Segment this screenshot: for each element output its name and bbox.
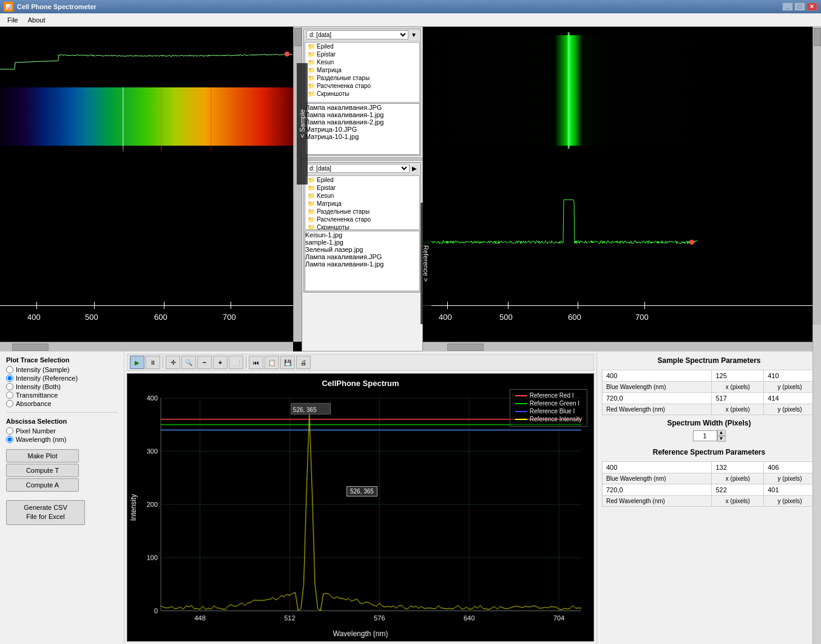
reference-drive-select[interactable]: d: [data] xyxy=(306,164,410,173)
radio-intensity-reference[interactable]: Intensity (Reference) xyxy=(6,375,118,382)
radio-transmittance[interactable]: Transmittance xyxy=(6,391,118,399)
folder-epiled[interactable]: 📁Epiled xyxy=(305,42,419,50)
folder-skrinshotyi[interactable]: 📁Скриншоты xyxy=(305,90,419,98)
zoom-in-button[interactable]: + xyxy=(213,356,228,369)
reference-spectrum-line-canvas xyxy=(423,197,698,257)
radio-absorbance[interactable]: Absorbance xyxy=(6,400,118,407)
crosshair-button[interactable]: ✛ xyxy=(166,356,180,369)
radio-wavelength-nm-input[interactable] xyxy=(6,436,13,443)
compute-t-button[interactable]: Compute T xyxy=(6,464,79,477)
file-lampa-jpg[interactable]: Лампа накаливания.JPG xyxy=(305,104,419,111)
radio-intensity-reference-input[interactable] xyxy=(6,375,13,382)
select-button[interactable]: ⬜ xyxy=(229,356,243,369)
print-button[interactable]: 🖨 xyxy=(296,356,311,369)
maximize-button[interactable]: □ xyxy=(794,2,805,11)
radio-pixel-number[interactable]: Pixel Number xyxy=(6,427,118,435)
ref-blue-header-row: Blue Wavelength (nm) x (pixels) y (pixel… xyxy=(603,473,816,484)
right-scale-400: 400 xyxy=(439,313,452,322)
sample-x-pixels-label: x (pixels) xyxy=(712,382,764,393)
reference-files-list[interactable]: Keisun-1.jpg sample-1.jpg Зеленый лазер.… xyxy=(305,231,420,291)
ref-red-y1: 401 xyxy=(764,484,816,496)
radio-intensity-sample-label: Intensity (Sample) xyxy=(16,366,70,373)
left-controls-panel: Plot Trace Selection Intensity (Sample) … xyxy=(0,351,124,644)
legend-ref-blue-color xyxy=(515,411,527,412)
first-button[interactable]: ⏮ xyxy=(249,356,263,369)
spinner-up[interactable]: ▲ xyxy=(717,430,726,436)
sample-red-x1: 517 xyxy=(712,393,764,404)
ref-folder-skrinshotyi[interactable]: 📁Скриншоты xyxy=(305,223,419,230)
ref-folder-raschlenenka[interactable]: 📁Расчлененка старо xyxy=(305,215,419,223)
right-params-panel: Sample Spectrum Parameters 400 125 410 B… xyxy=(596,351,821,644)
menu-about[interactable]: About xyxy=(23,15,50,25)
reference-params-table: 400 132 406 Blue Wavelength (nm) x (pixe… xyxy=(602,461,816,507)
ref-folder-razdelnye[interactable]: 📁Раздельные стары xyxy=(305,208,419,215)
right-hscrollbar[interactable] xyxy=(423,342,813,351)
reference-spectrum-canvas xyxy=(423,27,698,197)
ref-folder-matrica[interactable]: 📁Матрица xyxy=(305,200,419,208)
ref-file-lampa-1[interactable]: Лампа накаливания-1.jpg xyxy=(305,260,419,268)
action-buttons: Make Plot Compute T Compute A xyxy=(6,449,118,492)
sample-red-header-row: Red Wavelength (nm) x (pixels) y (pixels… xyxy=(603,404,816,415)
file-lampa-2[interactable]: Лампа накаливания-2.jpg xyxy=(305,118,419,126)
reference-browser-right-arrow[interactable]: ▶ xyxy=(411,165,418,172)
radio-intensity-both[interactable]: Intensity (Both) xyxy=(6,383,118,390)
radio-intensity-sample[interactable]: Intensity (Sample) xyxy=(6,366,118,373)
folder-matrica[interactable]: 📁Матрица xyxy=(305,66,419,74)
sample-params-table: 400 125 410 Blue Wavelength (nm) x (pixe… xyxy=(602,370,816,415)
zoom-fit-button[interactable]: 🔍 xyxy=(181,356,196,369)
folder-epistar[interactable]: 📁Epistar xyxy=(305,50,419,58)
sample-folders-list[interactable]: 📁Epiled 📁Epistar 📁Kesun 📁Матрица 📁Раздел… xyxy=(305,42,420,103)
reference-label: Reference > xyxy=(421,203,431,324)
sample-files-list[interactable]: Лампа накаливания.JPG Лампа накаливания-… xyxy=(305,103,420,155)
pause-button[interactable]: ⏸ xyxy=(146,356,160,369)
spectrum-width-input[interactable]: 1 xyxy=(693,430,717,441)
ref-y-pixels-label2: y (pixels) xyxy=(764,496,816,507)
make-plot-button[interactable]: Make Plot xyxy=(6,449,79,463)
radio-intensity-both-input[interactable] xyxy=(6,383,13,390)
ref-folder-epistar[interactable]: 📁Epistar xyxy=(305,184,419,192)
sample-browser-panel: d: [data] ▼ 📁Epiled 📁Epistar 📁Kesun 📁Мат… xyxy=(303,29,421,156)
radio-wavelength-nm[interactable]: Wavelength (nm) xyxy=(6,436,118,443)
spinner-down[interactable]: ▼ xyxy=(717,436,726,442)
minimize-button[interactable]: _ xyxy=(782,2,793,11)
radio-absorbance-input[interactable] xyxy=(6,400,13,407)
generate-csv-container: Generate CSVFile for Excel xyxy=(6,500,118,525)
save-button[interactable]: 💾 xyxy=(280,356,295,369)
menubar: File About xyxy=(0,13,821,27)
legend-ref-green-color xyxy=(515,403,527,404)
legend-ref-intensity: Reference Intensity xyxy=(515,416,582,422)
zoom-out-button[interactable]: − xyxy=(197,356,212,369)
generate-csv-button[interactable]: Generate CSVFile for Excel xyxy=(6,500,85,525)
reference-params-title: Reference Spectrum Parameters xyxy=(602,448,816,456)
ref-folder-kesun[interactable]: 📁Kesun xyxy=(305,192,419,200)
copy-button[interactable]: 📋 xyxy=(265,356,279,369)
ref-file-sample[interactable]: sample-1.jpg xyxy=(305,239,419,246)
play-button[interactable]: ▶ xyxy=(130,356,144,369)
file-lampa-1[interactable]: Лампа накаливания-1.jpg xyxy=(305,111,419,118)
sample-browser-down-arrow[interactable]: ▼ xyxy=(410,32,418,38)
ref-folder-epiled[interactable]: 📁Epiled xyxy=(305,176,419,184)
ref-file-zelenyi[interactable]: Зеленый лазер.jpg xyxy=(305,246,419,253)
radio-transmittance-input[interactable] xyxy=(6,391,13,399)
right-vscrollbar[interactable] xyxy=(813,27,821,342)
folder-raschlenenka[interactable]: 📁Расчлененка старо xyxy=(305,82,419,90)
compute-a-button[interactable]: Compute A xyxy=(6,478,79,492)
ref-file-keisun[interactable]: Keisun-1.jpg xyxy=(305,231,419,239)
plot-trace-label: Plot Trace Selection xyxy=(6,356,118,364)
ref-file-lampa[interactable]: Лампа накаливания.JPG xyxy=(305,253,419,260)
radio-intensity-sample-input[interactable] xyxy=(6,366,13,373)
window-controls: _ □ ✕ xyxy=(782,2,817,11)
resize-handle[interactable] xyxy=(302,157,422,161)
left-hscrollbar[interactable] xyxy=(0,342,293,351)
spinner-buttons: ▲ ▼ xyxy=(717,430,726,442)
file-matrica-10[interactable]: Матрица-10.JPG xyxy=(305,126,419,133)
folder-kesun[interactable]: 📁Kesun xyxy=(305,58,419,66)
folder-razdelnye[interactable]: 📁Раздельные стары xyxy=(305,74,419,82)
sample-blue-y1: 410 xyxy=(764,370,816,382)
menu-file[interactable]: File xyxy=(2,15,23,25)
sample-drive-select[interactable]: d: [data] xyxy=(306,30,408,39)
close-button[interactable]: ✕ xyxy=(806,2,817,11)
reference-folders-list[interactable]: 📁Epiled 📁Epistar 📁Kesun 📁Матрица 📁Раздел… xyxy=(305,175,420,230)
radio-pixel-number-input[interactable] xyxy=(6,427,13,435)
file-matrica-10-1[interactable]: Матрица-10-1.jpg xyxy=(305,133,419,140)
